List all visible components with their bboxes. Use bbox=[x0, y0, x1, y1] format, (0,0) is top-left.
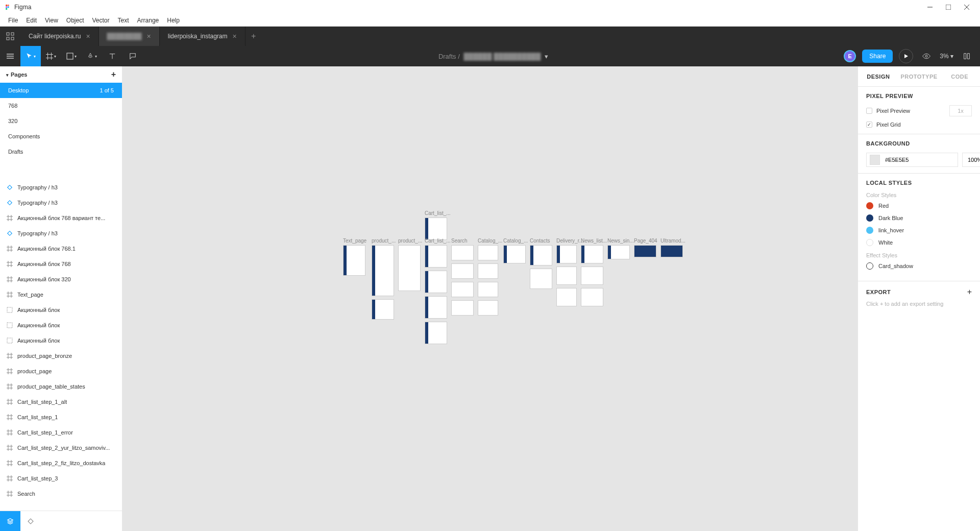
canvas-frame[interactable]: Cart_list_... bbox=[425, 218, 447, 240]
file-tab[interactable]: ████████× bbox=[99, 27, 160, 46]
color-style-row[interactable]: White bbox=[866, 239, 972, 246]
layer-item[interactable]: Cart_list_step_1_alt bbox=[0, 394, 122, 409]
layer-item[interactable]: Typography / h3 bbox=[0, 180, 122, 195]
layer-item[interactable]: Акционный блок 768 вариант те... bbox=[0, 210, 122, 226]
close-tab-icon[interactable]: × bbox=[86, 32, 90, 40]
page-item[interactable]: Drafts bbox=[0, 144, 122, 159]
layer-item[interactable]: Акционный блок 768.1 bbox=[0, 241, 122, 256]
frame-label: product_... bbox=[398, 238, 422, 244]
move-tool-button[interactable]: ▾ bbox=[20, 46, 41, 66]
canvas-frame[interactable]: Delivery_r... bbox=[556, 245, 577, 306]
layer-item[interactable]: Cart_list_step_1_error bbox=[0, 425, 122, 440]
effect-style-row[interactable]: Card_shadow bbox=[866, 262, 972, 270]
canvas-frame[interactable]: product_... bbox=[372, 245, 394, 320]
color-style-row[interactable]: Dark Blue bbox=[866, 214, 972, 222]
canvas-frame[interactable]: Contacts bbox=[530, 245, 552, 289]
layer-item[interactable]: Cart_list_step_3 bbox=[0, 471, 122, 486]
layer-item[interactable]: Typography / h3 bbox=[0, 195, 122, 210]
view-settings-button[interactable] bbox=[919, 49, 934, 63]
user-avatar[interactable]: E bbox=[844, 50, 856, 62]
menu-arrange[interactable]: Arrange bbox=[133, 17, 163, 24]
group-icon bbox=[6, 306, 13, 313]
file-tab[interactable]: Сайт liderpoiska.ru× bbox=[20, 27, 99, 46]
page-item[interactable]: 768 bbox=[0, 98, 122, 113]
window-maximize-button[interactable] bbox=[939, 0, 958, 14]
layer-item[interactable]: Акционный блок bbox=[0, 333, 122, 348]
canvas-frame[interactable]: News_list... bbox=[581, 245, 603, 306]
pixel-preview-checkbox[interactable] bbox=[866, 108, 872, 114]
close-tab-icon[interactable]: × bbox=[233, 32, 237, 40]
layer-item[interactable]: Cart_list_step_2_fiz_litzo_dostavka bbox=[0, 455, 122, 471]
close-tab-icon[interactable]: × bbox=[147, 32, 151, 40]
add-export-button[interactable]: + bbox=[967, 287, 972, 297]
layer-item[interactable]: Search bbox=[0, 486, 122, 501]
file-tab[interactable]: liderpoiska_instagram× bbox=[160, 27, 246, 46]
main-menu-button[interactable] bbox=[0, 53, 20, 60]
page-item[interactable]: Desktop1 of 5 bbox=[0, 83, 122, 98]
pixel-preview-scale[interactable] bbox=[949, 105, 972, 116]
tab-prototype[interactable]: PROTOTYPE bbox=[899, 67, 940, 86]
color-style-row[interactable]: Red bbox=[866, 202, 972, 209]
share-button[interactable]: Share bbox=[862, 50, 893, 63]
menu-file[interactable]: File bbox=[4, 17, 22, 24]
pen-tool-button[interactable]: ▾ bbox=[82, 46, 102, 66]
window-close-button[interactable] bbox=[958, 0, 976, 14]
zoom-level[interactable]: 3% ▾ bbox=[940, 53, 953, 60]
layer-item[interactable]: Акционный блок bbox=[0, 302, 122, 318]
canvas-frame[interactable]: Text_page bbox=[343, 245, 365, 276]
group-icon bbox=[6, 322, 13, 329]
canvas-frame[interactable]: Page_404 bbox=[634, 245, 656, 257]
menu-text[interactable]: Text bbox=[114, 17, 133, 24]
frame-tool-button[interactable]: ▾ bbox=[41, 46, 61, 66]
menu-edit[interactable]: Edit bbox=[22, 17, 41, 24]
pages-section-header[interactable]: ▾Pages + bbox=[0, 66, 122, 83]
color-swatch-icon bbox=[866, 202, 873, 209]
tab-code[interactable]: CODE bbox=[939, 67, 980, 86]
background-opacity-input[interactable] bbox=[962, 153, 980, 167]
present-button[interactable] bbox=[899, 49, 913, 63]
new-tab-button[interactable]: + bbox=[246, 27, 262, 46]
assets-tab-button[interactable] bbox=[20, 511, 41, 532]
layer-item[interactable]: Typography / h3 bbox=[0, 226, 122, 241]
home-button[interactable] bbox=[0, 27, 20, 46]
layer-item[interactable]: Cart_list_step_2_yur_litzo_samoviv... bbox=[0, 440, 122, 455]
layer-item[interactable]: product_page_bronze bbox=[0, 348, 122, 364]
canvas-frame[interactable]: Catalog_... bbox=[478, 245, 498, 316]
tab-design[interactable]: DESIGN bbox=[858, 67, 899, 86]
breadcrumb[interactable]: Drafts / ██████ ██████████ ▾ bbox=[143, 53, 844, 60]
comp-icon bbox=[6, 199, 13, 206]
layer-item[interactable]: Text_page bbox=[0, 287, 122, 302]
menu-vector[interactable]: Vector bbox=[88, 17, 114, 24]
canvas-frame[interactable]: Search bbox=[451, 245, 474, 316]
layer-item[interactable]: Cart_list_step_1 bbox=[0, 409, 122, 425]
canvas-frame[interactable]: Catalog_... bbox=[503, 245, 526, 263]
page-item[interactable]: Components bbox=[0, 129, 122, 144]
canvas-frame[interactable]: News_sin... bbox=[607, 245, 630, 259]
background-color-input[interactable] bbox=[866, 153, 958, 167]
window-minimize-button[interactable] bbox=[921, 0, 939, 14]
layer-item[interactable]: Акционный блок 768 bbox=[0, 256, 122, 272]
comment-tool-button[interactable] bbox=[122, 46, 143, 66]
layers-tab-button[interactable] bbox=[0, 511, 20, 532]
canvas-frame[interactable]: Ultramod... bbox=[660, 245, 683, 257]
canvas[interactable]: Cart_list_...Text_pageproduct_...product… bbox=[122, 66, 857, 531]
canvas-frame[interactable]: product_... bbox=[398, 245, 421, 291]
add-page-button[interactable]: + bbox=[111, 70, 116, 79]
menu-view[interactable]: View bbox=[41, 17, 62, 24]
layer-item[interactable]: Акционный блок bbox=[0, 318, 122, 333]
color-style-row[interactable]: link_hover bbox=[866, 227, 972, 234]
canvas-frame[interactable]: Cart_list_... bbox=[425, 245, 447, 344]
svg-rect-6 bbox=[946, 5, 951, 10]
shape-tool-button[interactable]: ▾ bbox=[61, 46, 82, 66]
menu-help[interactable]: Help bbox=[163, 17, 184, 24]
layer-item[interactable]: product_page bbox=[0, 364, 122, 379]
layer-item[interactable]: product_page_table_states bbox=[0, 379, 122, 394]
layer-item[interactable]: Акционный блок 320 bbox=[0, 272, 122, 287]
library-button[interactable] bbox=[960, 49, 974, 63]
frame-icon bbox=[6, 214, 13, 222]
text-tool-button[interactable] bbox=[102, 46, 122, 66]
menu-object[interactable]: Object bbox=[62, 17, 88, 24]
pixel-grid-checkbox[interactable] bbox=[866, 122, 872, 128]
frame-label: Catalog_... bbox=[503, 238, 528, 244]
page-item[interactable]: 320 bbox=[0, 113, 122, 129]
